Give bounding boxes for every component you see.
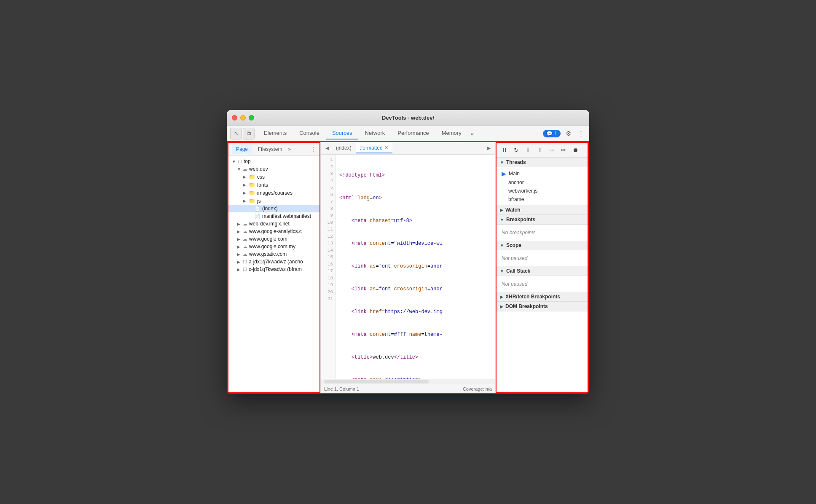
callstack-label: Call Stack: [506, 268, 530, 274]
tree-item-js[interactable]: ▶ 📁 js: [228, 197, 319, 205]
cloud-icon-imgix: ☁: [243, 221, 247, 227]
tree-item-ga[interactable]: ▶ ☁ www.google-analytics.c: [228, 228, 319, 235]
dont-pause-button[interactable]: ⏺: [570, 145, 581, 155]
left-panel-overflow[interactable]: »: [288, 146, 291, 152]
comment-badge[interactable]: 💬 1: [543, 130, 561, 137]
scope-not-paused: Not paused: [497, 252, 588, 265]
editor-tab-formatted[interactable]: :formatted ✕: [356, 143, 392, 153]
cloud-icon-google-my: ☁: [243, 244, 247, 249]
tree-label-fonts: fonts: [257, 182, 268, 188]
xhr-section-header[interactable]: ▶ XHR/fetch Breakpoints: [497, 292, 588, 302]
tree-label-ga: www.google-analytics.c: [249, 228, 302, 234]
comment-count: 1: [554, 131, 557, 137]
tree-label-imgix: web-dev.imgix.net: [249, 221, 290, 227]
pause-button[interactable]: ⏸: [499, 145, 510, 155]
callstack-content: Not paused: [497, 276, 588, 292]
dom-section-header[interactable]: ▶ DOM Breakpoints: [497, 302, 588, 311]
tab-elements[interactable]: Elements: [258, 127, 293, 139]
tree-item-top[interactable]: ▼ ☐ top: [228, 158, 319, 165]
tab-performance[interactable]: Performance: [392, 127, 435, 139]
tree-item-gstatic[interactable]: ▶ ☁ www.gstatic.com: [228, 250, 319, 258]
tab-overflow[interactable]: »: [468, 129, 476, 138]
breakpoints-section-header[interactable]: ▼ Breakpoints: [497, 215, 588, 225]
tree-arrow-images: ▶: [243, 190, 249, 195]
settings-button[interactable]: ⚙: [563, 129, 573, 139]
code-area[interactable]: 12345 678910 1112131415 1617181920 21 <!…: [321, 155, 495, 379]
breakpoints-content: No breakpoints: [497, 225, 588, 241]
left-panel-more[interactable]: ⋮: [310, 146, 316, 153]
thread-bframe[interactable]: bframe: [497, 195, 588, 204]
thread-bframe-label: bframe: [508, 196, 524, 202]
tree-item-index[interactable]: 📄 (index): [228, 205, 319, 212]
tree-item-google[interactable]: ▶ ☁ www.google.com: [228, 235, 319, 243]
file-icon-manifest: 📄: [255, 214, 260, 219]
hscroll-bar[interactable]: [321, 379, 495, 384]
folder-icon-css: 📁: [249, 174, 255, 180]
middle-panel: ◀ (index) :formatted ✕ ▶ 12345 678910 11…: [320, 142, 496, 393]
scope-label: Scope: [506, 242, 521, 248]
code-line-7: <link href=https://web-dev.img: [339, 308, 492, 316]
tree-arrow-webdev: ▼: [237, 167, 243, 172]
thread-webworker-label: webworker.js: [508, 188, 537, 194]
threads-arrow: ▼: [500, 160, 504, 165]
editor-tab-index-label: (index): [336, 145, 352, 151]
step-out-button[interactable]: ⬆: [534, 145, 545, 155]
close-button[interactable]: [232, 115, 237, 121]
tree-arrow-fonts: ▶: [243, 182, 249, 187]
step-button[interactable]: ↪: [546, 145, 557, 155]
code-line-5: <link as=font crossorigin=anor: [339, 263, 492, 270]
deactivate-breakpoints-button[interactable]: ✏: [558, 145, 569, 155]
hscroll-thumb[interactable]: [324, 380, 429, 383]
tab-network[interactable]: Network: [359, 127, 391, 139]
tree-arrow-ga: ▶: [237, 229, 243, 234]
tree-item-anchor-frame[interactable]: ▶ ☐ a-jdx1q7kwadwz (ancho: [228, 258, 319, 265]
code-content[interactable]: <!doctype html> <html lang=en> <meta cha…: [336, 155, 495, 379]
file-icon-index: 📄: [255, 206, 260, 212]
tree-item-imgix[interactable]: ▶ ☁ web-dev.imgix.net: [228, 220, 319, 228]
step-into-button[interactable]: ⬇: [523, 145, 534, 155]
thread-anchor[interactable]: anchor: [497, 178, 588, 187]
tab-sources[interactable]: Sources: [326, 127, 358, 139]
cursor-icon[interactable]: ↖: [230, 128, 242, 139]
editor-forward-btn[interactable]: ▶: [484, 144, 494, 153]
editor-back-btn[interactable]: ◀: [322, 144, 332, 153]
tree-label-anchor-frame: a-jdx1q7kwadwz (ancho: [249, 259, 303, 265]
tree-label-top: top: [244, 158, 251, 164]
watch-section-header[interactable]: ▶ Watch: [497, 205, 588, 215]
tree-item-fonts[interactable]: ▶ 📁 fonts: [228, 181, 319, 189]
comment-icon: 💬: [546, 131, 553, 137]
frame-icon-bframe: ☐: [243, 267, 247, 272]
scope-section-header[interactable]: ▼ Scope: [497, 241, 588, 250]
tree-item-webdev[interactable]: ▼ ☁ web.dev: [228, 165, 319, 173]
tree-item-google-my[interactable]: ▶ ☁ www.google.com.my: [228, 243, 319, 250]
tree-arrow-top: ▼: [232, 159, 238, 164]
step-over-button[interactable]: ↻: [511, 145, 522, 155]
tree-item-bframe[interactable]: ▶ ☐ c-jdx1q7kwadwz (bfram: [228, 265, 319, 273]
tree-item-manifest[interactable]: 📄 manifest.webmanifest: [228, 212, 319, 220]
tab-filesystem[interactable]: Filesystem: [254, 145, 286, 154]
editor-tab-close[interactable]: ✕: [384, 145, 388, 150]
thread-main[interactable]: ▶ Main: [497, 169, 588, 178]
line-numbers: 12345 678910 1112131415 1617181920 21: [321, 155, 336, 379]
tab-console[interactable]: Console: [293, 127, 325, 139]
tab-memory[interactable]: Memory: [436, 127, 467, 139]
dock-icon[interactable]: ⧉: [243, 128, 255, 139]
breakpoints-label: Breakpoints: [506, 217, 535, 223]
threads-section-header[interactable]: ▼ Threads: [497, 158, 588, 167]
coverage-status: Coverage: n/a: [463, 386, 492, 391]
editor-tab-index[interactable]: (index): [332, 143, 356, 153]
more-button[interactable]: ⋮: [576, 129, 586, 139]
tree-arrow-google: ▶: [237, 237, 243, 241]
minimize-button[interactable]: [240, 115, 246, 121]
tree-item-images[interactable]: ▶ 📁 images/courses: [228, 189, 319, 197]
tree-item-css[interactable]: ▶ 📁 css: [228, 173, 319, 181]
callstack-section-header[interactable]: ▼ Call Stack: [497, 266, 588, 276]
tab-page[interactable]: Page: [232, 145, 252, 154]
maximize-button[interactable]: [249, 115, 254, 121]
scope-content: Not paused: [497, 250, 588, 266]
tree-label-manifest: manifest.webmanifest: [262, 213, 311, 219]
thread-anchor-label: anchor: [508, 180, 524, 185]
cloud-icon-gstatic: ☁: [243, 252, 247, 257]
thread-webworker[interactable]: webworker.js: [497, 187, 588, 195]
breakpoints-arrow: ▼: [500, 217, 504, 222]
